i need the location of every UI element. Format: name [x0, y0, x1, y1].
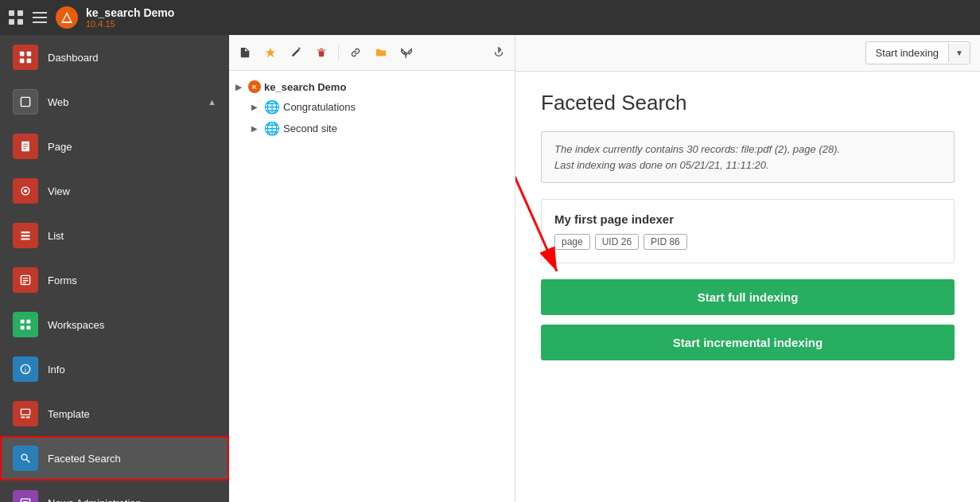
tree-chevron-icon: ▶ — [251, 124, 261, 133]
sidebar-item-news-administration[interactable]: News Administration — [0, 481, 229, 502]
tree-chevron-icon: ▶ — [235, 83, 245, 91]
faceted-search-icon — [13, 446, 38, 471]
tree-item-label: Congratulations — [283, 101, 356, 113]
indexer-name: My first page indexer — [554, 212, 941, 226]
sidebar-item-label: Page — [48, 141, 216, 153]
index-info-text: The index currently contains 30 records:… — [554, 143, 840, 171]
tree-panel: ▶ K ke_search Demo ▶ 🌐 Congratulations ▶… — [229, 35, 515, 502]
sidebar-item-label: View — [48, 185, 216, 197]
indexer-tag-page: page — [554, 234, 590, 250]
full-indexing-section: Start full indexing — [541, 279, 955, 315]
sidebar-item-template[interactable]: Template — [0, 391, 229, 436]
svg-rect-10 — [27, 59, 32, 64]
dropdown-label: Start indexing — [866, 42, 949, 64]
page-title: Faceted Search — [541, 91, 955, 115]
sidebar-item-forms[interactable]: Forms — [0, 258, 229, 302]
sidebar-item-label: Forms — [48, 274, 216, 286]
svg-rect-11 — [21, 97, 29, 106]
list-icon — [13, 223, 38, 248]
svg-rect-22 — [23, 278, 29, 278]
indexer-tag-uid: UID 26 — [595, 234, 639, 250]
sidebar-item-info[interactable]: i Info — [0, 347, 229, 391]
svg-rect-31 — [21, 409, 29, 414]
toolbar-separator — [338, 45, 339, 60]
start-full-indexing-button[interactable]: Start full indexing — [541, 279, 955, 315]
page-icon — [13, 134, 38, 159]
edit-button[interactable] — [285, 41, 307, 64]
svg-rect-9 — [20, 59, 25, 64]
svg-rect-1 — [18, 10, 23, 16]
svg-rect-24 — [23, 282, 26, 283]
svg-rect-8 — [27, 52, 32, 56]
sidebar-item-label: Faceted Search — [48, 453, 216, 465]
tree-toolbar — [229, 35, 515, 71]
start-indexing-dropdown[interactable]: Start indexing ▼ — [865, 41, 970, 64]
tree-content: ▶ K ke_search Demo ▶ 🌐 Congratulations ▶… — [229, 71, 515, 502]
new-content-button[interactable] — [259, 41, 282, 64]
svg-text:i: i — [25, 366, 26, 374]
list-icon[interactable] — [32, 10, 48, 25]
template-icon — [13, 401, 38, 426]
sidebar-item-list[interactable]: List — [0, 213, 229, 258]
svg-rect-2 — [9, 19, 14, 25]
sidebar-item-label: Workspaces — [48, 319, 216, 331]
svg-line-35 — [26, 459, 29, 462]
grid-icon[interactable] — [8, 10, 24, 25]
svg-rect-27 — [21, 325, 25, 329]
sidebar-item-label: Web — [48, 96, 198, 108]
svg-rect-26 — [26, 320, 30, 324]
faceted-search-content: Faceted Search The index currently conta… — [515, 72, 980, 502]
sidebar-item-page[interactable]: Page — [0, 124, 229, 169]
svg-rect-5 — [33, 17, 47, 18]
svg-rect-0 — [9, 10, 14, 16]
web-icon — [13, 89, 38, 115]
svg-rect-20 — [21, 239, 29, 240]
tree-item-root[interactable]: ▶ K ke_search Demo — [229, 77, 515, 96]
delete-button[interactable] — [310, 41, 332, 64]
forms-icon — [13, 267, 38, 293]
indexer-tags: page UID 26 PID 86 — [554, 234, 941, 250]
tree-chevron-icon: ▶ — [251, 103, 261, 111]
tree-item-second-site[interactable]: ▶ 🌐 Second site — [229, 118, 515, 139]
main-panel-wrapper: Start indexing ▼ Faceted Search The inde… — [515, 35, 980, 502]
svg-rect-28 — [26, 325, 30, 329]
dashboard-icon — [13, 45, 38, 70]
workspaces-icon — [13, 312, 38, 337]
main-panel: Faceted Search The index currently conta… — [515, 72, 980, 502]
content-area: ▶ K ke_search Demo ▶ 🌐 Congratulations ▶… — [229, 35, 980, 502]
indexer-card: My first page indexer page UID 26 PID 86 — [541, 199, 955, 263]
ke-logo: K — [248, 80, 261, 93]
sidebar-item-web[interactable]: Web ▲ — [0, 80, 229, 124]
svg-rect-7 — [20, 52, 25, 56]
sidebar-item-label: Info — [48, 364, 216, 376]
svg-rect-19 — [21, 235, 29, 236]
svg-rect-32 — [21, 417, 25, 418]
tree-item-congratulations[interactable]: ▶ 🌐 Congratulations — [229, 96, 515, 118]
svg-point-17 — [24, 189, 27, 193]
svg-marker-39 — [266, 48, 275, 57]
sidebar-item-faceted-search[interactable]: Faceted Search — [0, 436, 229, 481]
svg-rect-6 — [33, 21, 47, 23]
view-icon — [13, 178, 38, 204]
sidebar-item-view[interactable]: View — [0, 169, 229, 213]
svg-rect-33 — [26, 417, 30, 418]
app-logo — [56, 6, 78, 29]
tree-item-label: ke_search Demo — [264, 81, 346, 93]
link-button[interactable] — [344, 41, 367, 64]
svg-rect-25 — [21, 320, 25, 324]
svg-rect-4 — [33, 12, 47, 14]
svg-rect-18 — [21, 232, 29, 233]
new-page-button[interactable] — [234, 41, 256, 64]
cut-button[interactable] — [395, 41, 418, 64]
refresh-button[interactable] — [488, 41, 510, 64]
sidebar-item-workspaces[interactable]: Workspaces — [0, 302, 229, 347]
indexer-tag-pid: PID 86 — [644, 234, 687, 250]
start-incremental-indexing-button[interactable]: Start incremental indexing — [541, 325, 955, 360]
sidebar-item-dashboard[interactable]: Dashboard — [0, 35, 229, 80]
folder-button[interactable] — [370, 41, 392, 64]
topbar: ke_search Demo 10.4.15 — [0, 0, 980, 35]
globe-icon: 🌐 — [264, 121, 280, 136]
svg-rect-3 — [18, 19, 23, 25]
dropdown-arrow-icon: ▼ — [948, 44, 970, 62]
sidebar-item-label: News Administration — [48, 497, 216, 503]
